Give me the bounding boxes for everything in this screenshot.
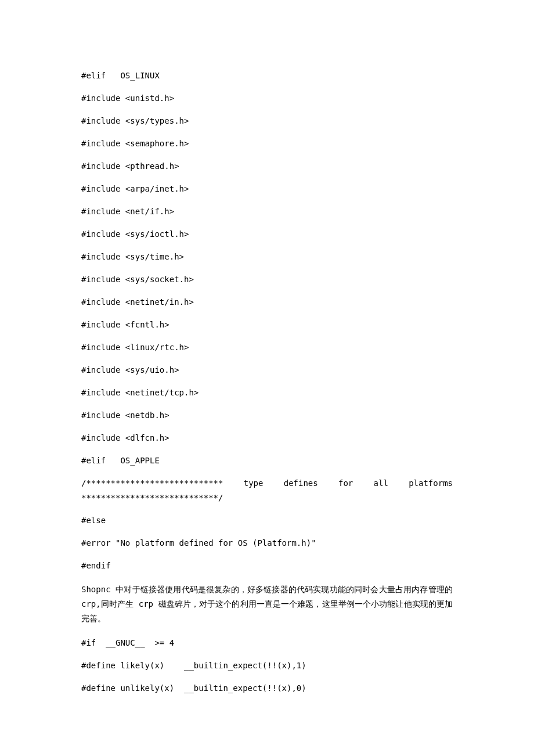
code-line: #define unlikely(x) __builtin_expect(!!(… bbox=[81, 682, 453, 694]
code-line: #endif bbox=[81, 560, 453, 572]
code-line: #error "No platform defined for OS (Plat… bbox=[81, 537, 453, 549]
document-page: #elif OS_LINUX #include <unistd.h> #incl… bbox=[0, 0, 534, 740]
code-line: #if __GNUC__ >= 4 bbox=[81, 637, 453, 649]
prose-paragraph: Shopnc 中对于链接器使用代码是很复杂的，好多链接器的代码实现功能的同时会大… bbox=[81, 582, 453, 627]
code-line: #include <unistd.h> bbox=[81, 92, 453, 105]
code-line: #include <linux/rtc.h> bbox=[81, 341, 453, 354]
code-line: #define likely(x) __builtin_expect(!!(x)… bbox=[81, 660, 453, 672]
code-line: #include <dlfcn.h> bbox=[81, 432, 453, 444]
code-line: #include <fcntl.h> bbox=[81, 319, 453, 331]
code-line: #include <semaphore.h> bbox=[81, 138, 453, 150]
code-line: #else bbox=[81, 514, 453, 527]
code-line: #include <net/if.h> bbox=[81, 206, 453, 218]
code-line: #elif OS_LINUX bbox=[81, 70, 453, 82]
code-line: #include <sys/socket.h> bbox=[81, 273, 453, 286]
code-line: #include <arpa/inet.h> bbox=[81, 183, 453, 195]
code-line: #include <sys/uio.h> bbox=[81, 364, 453, 376]
code-line: #include <sys/time.h> bbox=[81, 251, 453, 263]
code-comment-line: /**************************** type defin… bbox=[81, 477, 453, 489]
code-line: #include <sys/types.h> bbox=[81, 115, 453, 127]
code-line: #include <netinet/tcp.h> bbox=[81, 387, 453, 399]
code-line: #include <netdb.h> bbox=[81, 409, 453, 422]
code-line: #elif OS_APPLE bbox=[81, 455, 453, 467]
code-line: #include <sys/ioctl.h> bbox=[81, 228, 453, 240]
code-comment-line: ****************************/ bbox=[81, 492, 453, 504]
code-line: #include <pthread.h> bbox=[81, 160, 453, 172]
code-line: #include <netinet/in.h> bbox=[81, 296, 453, 308]
